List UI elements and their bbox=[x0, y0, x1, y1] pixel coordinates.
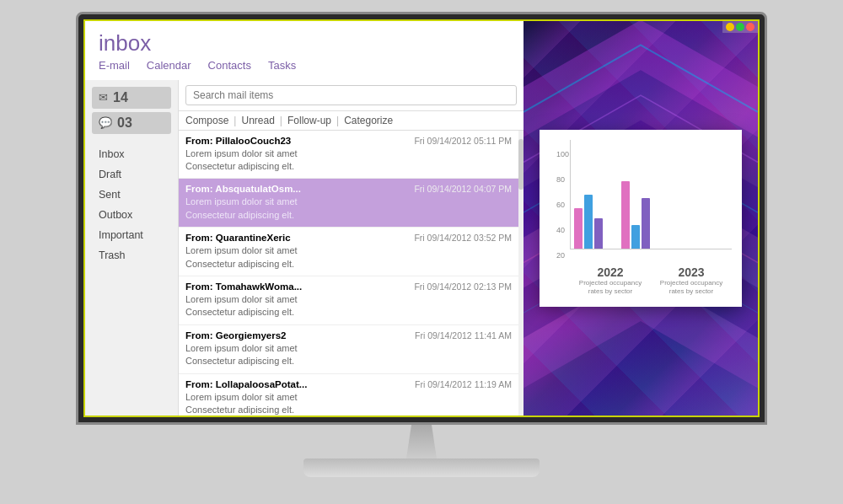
email-body-text: Lorem ipsum dolor sit ametConsectetur ad… bbox=[185, 147, 512, 174]
chart-group-2023 bbox=[621, 181, 650, 249]
maximize-button[interactable] bbox=[736, 23, 744, 31]
email-panel: inbox E-mail Calendar Contacts Tasks ✉ bbox=[85, 21, 524, 416]
mail-count: 14 bbox=[113, 90, 128, 105]
sidebar-item-draft[interactable]: Draft bbox=[85, 164, 178, 185]
search-input[interactable] bbox=[185, 85, 517, 105]
categorize-button[interactable]: Categorize bbox=[344, 115, 393, 126]
chat-badge: 💬 03 bbox=[92, 112, 171, 134]
year-2022: 2022 bbox=[579, 265, 642, 279]
screen-content: inbox E-mail Calendar Contacts Tasks ✉ bbox=[85, 21, 758, 416]
toolbar: Compose | Unread | Follow-up | Categoriz… bbox=[179, 111, 524, 131]
chart-y-labels: 100 80 60 40 20 bbox=[556, 150, 569, 260]
sidebar-links: Inbox Draft Sent Outbox Important Trash bbox=[85, 141, 178, 269]
email-item[interactable]: From: Georgiemyers2 Fri 09/14/2012 11:41… bbox=[179, 325, 518, 374]
email-from: From: LollapaloosaPotat... Fri 09/14/201… bbox=[185, 379, 512, 389]
email-from: From: TomahawkWoma... Fri 09/14/2012 02:… bbox=[185, 281, 512, 292]
email-body-text: Lorem ipsum dolor sit ametConsectetur ad… bbox=[185, 293, 512, 319]
email-body: ✉ 14 💬 03 Inbox Draft Sent bbox=[85, 80, 524, 416]
sidebar-item-outbox[interactable]: Outbox bbox=[85, 205, 178, 225]
sidebar-item-trash[interactable]: Trash bbox=[85, 245, 178, 265]
email-item[interactable]: From: AbsquatulatOsm... Fri 09/14/2012 0… bbox=[179, 179, 518, 228]
y-label-60: 60 bbox=[556, 201, 569, 209]
nav-tasks[interactable]: Tasks bbox=[268, 59, 296, 72]
email-from: From: QuarantineXeric Fri 09/14/2012 03:… bbox=[185, 233, 512, 243]
email-body-text: Lorem ipsum dolor sit ametConsectetur ad… bbox=[185, 244, 512, 271]
email-list-panel: Compose | Unread | Follow-up | Categoriz… bbox=[178, 80, 524, 416]
mail-icon: ✉ bbox=[99, 91, 108, 104]
email-item[interactable]: From: PillalooCouch23 Fri 09/14/2012 05:… bbox=[179, 131, 518, 180]
chat-count: 03 bbox=[117, 115, 132, 131]
email-body-text: Lorem ipsum dolor sit ametConsectetur ad… bbox=[185, 342, 512, 368]
label-2023: 2023 Projected occupancyrates by sector bbox=[660, 265, 722, 295]
nav-calendar[interactable]: Calendar bbox=[147, 59, 191, 72]
email-list: From: PillalooCouch23 Fri 09/14/2012 05:… bbox=[179, 131, 524, 416]
email-item[interactable]: From: TomahawkWoma... Fri 09/14/2012 02:… bbox=[179, 276, 518, 325]
bar-2022-purple bbox=[594, 218, 603, 249]
email-from: From: PillalooCouch23 Fri 09/14/2012 05:… bbox=[185, 136, 512, 146]
sublabel-2023: Projected occupancyrates by sector bbox=[660, 279, 722, 295]
unread-button[interactable]: Unread bbox=[241, 115, 274, 126]
email-item[interactable]: From: QuarantineXeric Fri 09/14/2012 03:… bbox=[179, 228, 518, 276]
chart-labels: 2022 Projected occupancyrates by sector … bbox=[570, 265, 732, 295]
mail-badge: ✉ 14 bbox=[92, 87, 171, 109]
email-body-text: Lorem ipsum dolor sit ametConsectetur ad… bbox=[185, 391, 512, 416]
nav-contacts[interactable]: Contacts bbox=[208, 59, 251, 72]
y-label-40: 40 bbox=[556, 226, 569, 234]
bar-2022-pink bbox=[574, 208, 583, 249]
label-2022: 2022 Projected occupancyrates by sector bbox=[579, 265, 642, 295]
email-from: From: AbsquatulatOsm... Fri 09/14/2012 0… bbox=[185, 184, 512, 194]
email-header: inbox E-mail Calendar Contacts Tasks bbox=[85, 21, 524, 80]
sidebar-item-important[interactable]: Important bbox=[85, 225, 178, 245]
chat-icon: 💬 bbox=[99, 116, 112, 129]
inbox-title: inbox bbox=[99, 31, 510, 56]
sep1: | bbox=[234, 115, 236, 126]
sep2: | bbox=[280, 115, 282, 126]
y-label-80: 80 bbox=[556, 175, 569, 184]
bar-2023-pink bbox=[621, 181, 630, 249]
right-panel: 100 80 60 40 20 bbox=[524, 21, 758, 416]
email-nav: E-mail Calendar Contacts Tasks bbox=[99, 56, 510, 77]
email-scroll-area[interactable]: From: PillalooCouch23 Fri 09/14/2012 05:… bbox=[179, 131, 518, 416]
monitor: inbox E-mail Calendar Contacts Tasks ✉ bbox=[59, 12, 784, 492]
sublabel-2022: Projected occupancyrates by sector bbox=[579, 279, 642, 295]
compose-button[interactable]: Compose bbox=[185, 115, 228, 126]
monitor-neck bbox=[396, 425, 447, 458]
monitor-base bbox=[303, 458, 540, 477]
chart-card: 100 80 60 40 20 bbox=[540, 130, 742, 307]
window-chrome bbox=[722, 21, 758, 33]
monitor-screen: inbox E-mail Calendar Contacts Tasks ✉ bbox=[76, 12, 767, 425]
sidebar: ✉ 14 💬 03 Inbox Draft Sent bbox=[85, 80, 178, 416]
bar-2023-purple bbox=[642, 198, 650, 249]
nav-email[interactable]: E-mail bbox=[99, 59, 130, 72]
chart-group-2022 bbox=[574, 195, 603, 249]
followup-button[interactable]: Follow-up bbox=[287, 115, 331, 126]
bar-2022-blue bbox=[584, 195, 593, 249]
y-label-100: 100 bbox=[556, 150, 569, 158]
sidebar-badges: ✉ 14 💬 03 bbox=[85, 87, 178, 141]
search-bar bbox=[179, 80, 524, 111]
sep3: | bbox=[336, 115, 339, 126]
sidebar-item-inbox[interactable]: Inbox bbox=[85, 144, 178, 164]
chart-area bbox=[570, 140, 732, 249]
year-2023: 2023 bbox=[660, 265, 722, 279]
y-label-20: 20 bbox=[556, 251, 569, 260]
minimize-button[interactable] bbox=[726, 23, 734, 31]
sidebar-item-sent[interactable]: Sent bbox=[85, 185, 178, 205]
bar-2023-blue bbox=[631, 225, 640, 249]
chart-container: 100 80 60 40 20 bbox=[550, 140, 732, 262]
email-body-text: Lorem ipsum dolor sit ametConsectetur ad… bbox=[185, 196, 512, 222]
email-from: From: Georgiemyers2 Fri 09/14/2012 11:41… bbox=[185, 330, 512, 340]
email-item[interactable]: From: LollapaloosaPotat... Fri 09/14/201… bbox=[179, 374, 518, 416]
close-button[interactable] bbox=[746, 23, 754, 31]
